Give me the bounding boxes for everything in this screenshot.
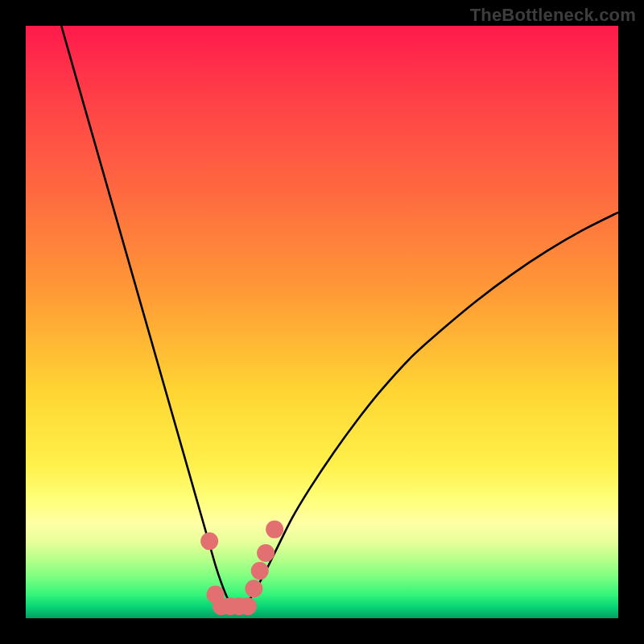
dot-left-upper: [200, 532, 218, 550]
dot-right-upper: [266, 521, 283, 539]
marker-dots-group: [200, 521, 283, 616]
chart-svg: [26, 26, 618, 618]
dot-right-3: [257, 544, 275, 562]
dot-right-2: [251, 562, 269, 580]
chart-frame: TheBottleneck.com: [0, 0, 644, 644]
watermark-text: TheBottleneck.com: [470, 5, 636, 26]
bottleneck-curve-path: [61, 26, 618, 609]
dot-bottom-4: [239, 597, 257, 615]
dot-right-1: [245, 580, 262, 597]
chart-plot-area: [26, 26, 618, 618]
